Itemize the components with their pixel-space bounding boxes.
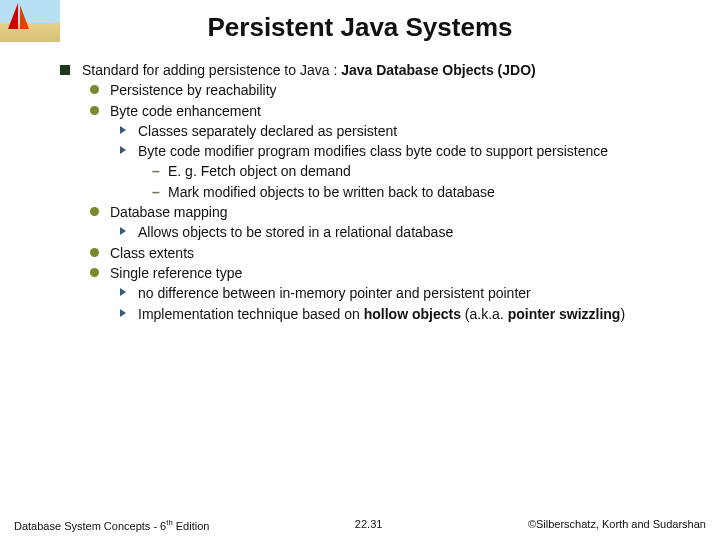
footer-right: ©Silberschatz, Korth and Sudarshan: [528, 518, 706, 532]
slide-thumbnail: [0, 0, 60, 42]
bullet-l2: Persistence by reachability: [90, 80, 700, 100]
bullet-l3: Allows objects to be stored in a relatio…: [120, 222, 700, 242]
slide-footer: Database System Concepts - 6th Edition 2…: [0, 518, 720, 532]
text: (a.k.a.: [461, 306, 508, 322]
bullet-l2: Single reference type: [90, 263, 700, 283]
slide-title: Persistent Java Systems: [0, 0, 720, 43]
footer-left: Database System Concepts - 6th Edition: [14, 518, 209, 532]
bullet-l4: Mark modified objects to be written back…: [152, 182, 700, 202]
text: Implementation technique based on: [138, 306, 364, 322]
bullet-l4: E. g. Fetch object on demand: [152, 161, 700, 181]
text: Database System Concepts - 6: [14, 520, 166, 532]
bullet-l3: Byte code modifier program modifies clas…: [120, 141, 700, 161]
bullet-l2: Class extents: [90, 243, 700, 263]
bullet-l3: Implementation technique based on hollow…: [120, 304, 700, 324]
text-bold: pointer swizzling: [508, 306, 621, 322]
text-bold: hollow objects: [364, 306, 461, 322]
text-bold: Java Database Objects (JDO): [341, 62, 536, 78]
text: ): [620, 306, 625, 322]
bullet-l3: Classes separately declared as persisten…: [120, 121, 700, 141]
bullet-l1: Standard for adding persistence to Java …: [60, 60, 700, 80]
bullet-l3: no difference between in-memory pointer …: [120, 283, 700, 303]
text: Edition: [173, 520, 210, 532]
bullet-l2: Byte code enhancement: [90, 101, 700, 121]
slide-content: Standard for adding persistence to Java …: [60, 60, 700, 324]
footer-center: 22.31: [355, 518, 383, 532]
text: Standard for adding persistence to Java …: [82, 62, 341, 78]
bullet-l2: Database mapping: [90, 202, 700, 222]
